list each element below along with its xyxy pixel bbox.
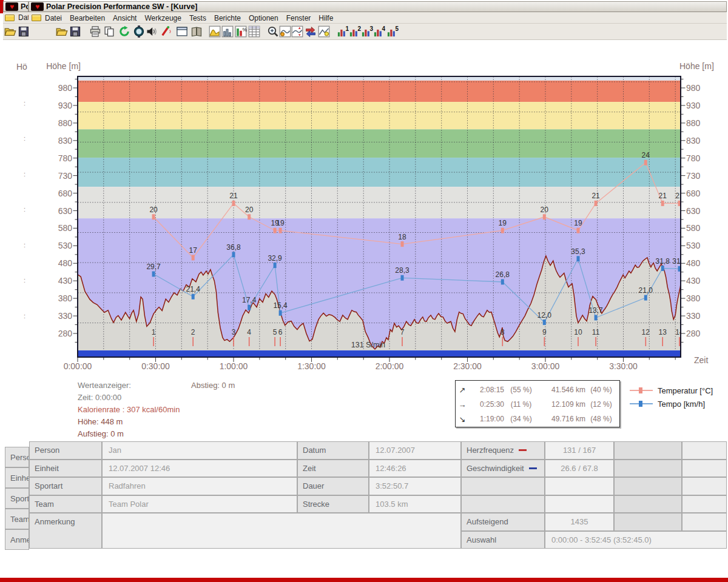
print-button[interactable] bbox=[89, 25, 101, 38]
menu-datei[interactable]: Datei bbox=[45, 14, 62, 22]
zoom-button[interactable] bbox=[267, 25, 279, 38]
diary-button[interactable] bbox=[190, 25, 203, 38]
data-label: 20 bbox=[245, 206, 254, 214]
view-3-button[interactable]: 3 bbox=[361, 25, 373, 38]
data-label: 31,6 bbox=[672, 257, 687, 266]
scale-up-down-button[interactable] bbox=[291, 25, 303, 38]
table-cell-12-07-2007-12-46: 12.07.2007 12:46 bbox=[102, 460, 297, 478]
data-label: 19 bbox=[574, 219, 582, 227]
new-window-button[interactable] bbox=[176, 25, 188, 38]
menu-bearbeiten[interactable]: Bearbeiten bbox=[70, 14, 105, 22]
view-4-button[interactable]: 4 bbox=[373, 25, 385, 38]
data-label: 15,4 bbox=[273, 301, 288, 310]
sound-button[interactable] bbox=[146, 25, 158, 38]
tempo-marker bbox=[543, 319, 546, 325]
table-cell-empty bbox=[682, 441, 727, 460]
background-menu-datei[interactable]: Datei bbox=[18, 13, 29, 22]
lap-number: 7 bbox=[400, 328, 405, 336]
curve-wizard-button[interactable] bbox=[318, 25, 330, 38]
y-tick-label-right: 930 bbox=[686, 101, 701, 110]
tempo-marker bbox=[661, 266, 664, 271]
temperature-marker bbox=[152, 214, 155, 219]
climb-stats-box: ↗2:08:15(55 %)41.546 km(40 %)→0:25:30(11… bbox=[455, 380, 620, 427]
x-tick-label: 2:00:00 bbox=[376, 361, 404, 371]
view-2-button[interactable]: 2 bbox=[349, 25, 361, 38]
tempo-marker bbox=[501, 279, 504, 285]
table-cell-12-07-2007: 12.07.2007 bbox=[369, 441, 461, 460]
y-tick-label-left: 780 bbox=[58, 153, 73, 163]
menu-tests[interactable]: Tests bbox=[189, 14, 206, 22]
table-cell-auswahl: Auswahl bbox=[461, 531, 545, 549]
x-tick-label: 0:30:00 bbox=[141, 361, 170, 371]
temperature-marker bbox=[279, 228, 282, 233]
lap-number: 12 bbox=[642, 328, 650, 336]
temperature-marker bbox=[543, 214, 546, 219]
svg-text:%: % bbox=[243, 27, 248, 33]
legend-marker-icon bbox=[639, 401, 642, 407]
menu-fenster[interactable]: Fenster bbox=[286, 14, 311, 22]
background-window-toolbar bbox=[3, 24, 29, 40]
histogram-view-button[interactable] bbox=[221, 25, 234, 38]
tempo-marker bbox=[192, 294, 195, 299]
data-label: 28,3 bbox=[395, 266, 410, 275]
curve-options-button[interactable] bbox=[279, 25, 291, 38]
view-1-button[interactable]: 1 bbox=[337, 25, 349, 38]
temperature-marker bbox=[192, 255, 195, 261]
background-window-titlebar[interactable]: ♥ Pola bbox=[3, 1, 29, 12]
data-label: 21 bbox=[659, 192, 667, 200]
open-file-button[interactable] bbox=[56, 25, 68, 38]
table-cell-anmerkung-value bbox=[102, 513, 461, 549]
percent-view-button[interactable]: % bbox=[235, 25, 247, 38]
menu-werkzeuge[interactable]: Werkzeuge bbox=[144, 14, 181, 22]
menu-berichte[interactable]: Berichte bbox=[214, 14, 241, 22]
table-cell-12-46-26: 12:46:26 bbox=[369, 460, 461, 478]
y-tick-label-left: 380 bbox=[58, 293, 73, 303]
x-tick-label: 2:30:00 bbox=[453, 361, 482, 371]
value-display-line: Kalorienrate : 307 kcal/60min bbox=[78, 404, 180, 416]
table-cell-131-167: 131 / 167 bbox=[545, 441, 614, 460]
curve-chart[interactable]: 1234567891011121314201721201919181920192… bbox=[0, 41, 728, 376]
table-cell-26-6-67-8: 26.6 / 67.8 bbox=[545, 460, 614, 478]
table-cell-dauer: Dauer bbox=[297, 477, 369, 495]
svg-text:4: 4 bbox=[382, 25, 385, 32]
climb-stat-row: ↘1:19:00(34 %)49.716 km(48 %) bbox=[456, 412, 619, 426]
table-view-button[interactable] bbox=[248, 25, 260, 38]
sync-button[interactable] bbox=[118, 25, 130, 38]
lap-number: 14 bbox=[675, 328, 684, 336]
y-tick-label-right: 880 bbox=[686, 118, 701, 128]
watch-button[interactable] bbox=[133, 25, 145, 38]
speed-line-icon bbox=[529, 467, 537, 469]
lap-number: 10 bbox=[574, 328, 582, 336]
y-tick-label-right: 730 bbox=[686, 171, 701, 181]
open-file-button[interactable] bbox=[4, 25, 16, 38]
background-window-menubar: Datei bbox=[3, 12, 29, 24]
swap-axes-button[interactable] bbox=[305, 25, 317, 38]
data-label: 19 bbox=[276, 219, 285, 227]
save-file-button[interactable] bbox=[69, 25, 81, 38]
y-tick-label-left: 280 bbox=[58, 329, 73, 338]
background-table-cell: Einhe bbox=[5, 467, 29, 488]
temperature-marker bbox=[577, 228, 580, 233]
background-table-cell: Sport bbox=[5, 488, 29, 509]
curve-view-button[interactable] bbox=[209, 25, 221, 38]
table-cell-103-5-km: 103.5 km bbox=[369, 495, 461, 513]
tempo-marker bbox=[577, 256, 580, 261]
view-5-button[interactable]: 5 bbox=[386, 25, 399, 38]
lap-number: 5 bbox=[273, 328, 277, 336]
data-label: 24 bbox=[642, 151, 650, 159]
table-cell-anmerkung: Anmerkung bbox=[29, 513, 102, 549]
table-cell-empty bbox=[614, 441, 682, 460]
background-table-cell: Team bbox=[5, 509, 29, 529]
folder-icon bbox=[32, 15, 41, 21]
x-tick-label: 0:00:00 bbox=[64, 361, 92, 371]
menu-optionen[interactable]: Optionen bbox=[249, 14, 278, 22]
infrared-button[interactable] bbox=[160, 25, 172, 38]
table-cell bbox=[614, 513, 682, 531]
titlebar[interactable]: ♥ Polar Precision Performance SW - [Kurv… bbox=[29, 1, 727, 12]
data-label: 13,7 bbox=[588, 306, 603, 315]
menu-hilfe[interactable]: Hilfe bbox=[318, 14, 333, 22]
menu-ansicht[interactable]: Ansicht bbox=[113, 14, 136, 22]
copy-button[interactable] bbox=[103, 25, 115, 38]
save-file-button[interactable] bbox=[18, 25, 30, 38]
lap-number: 6 bbox=[278, 328, 283, 336]
